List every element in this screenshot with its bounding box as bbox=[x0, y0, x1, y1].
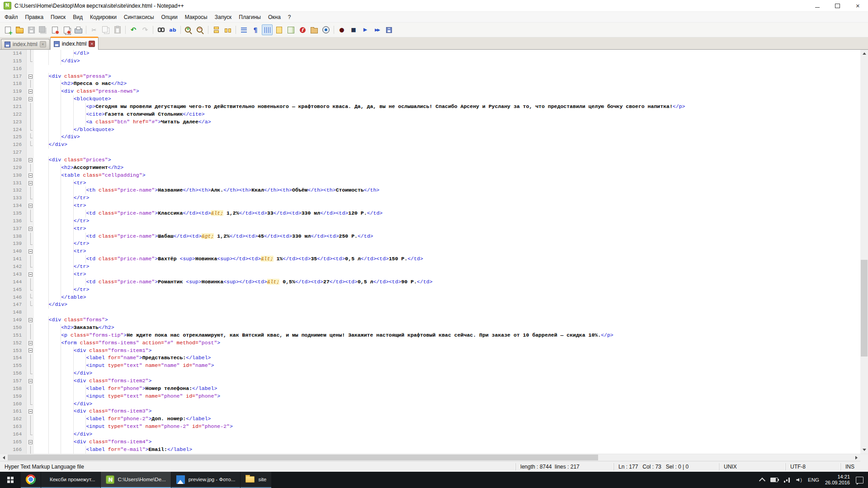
code-line-163[interactable]: 163<input type="text" name="phone-2" id=… bbox=[0, 423, 860, 431]
fold-collapse-icon[interactable] bbox=[28, 97, 33, 101]
menu-item-9[interactable]: Плагины bbox=[235, 12, 264, 23]
menu-item-1[interactable]: Правка bbox=[22, 12, 47, 23]
fold-margin[interactable] bbox=[27, 316, 34, 324]
menu-item-8[interactable]: Запуск bbox=[211, 12, 236, 23]
code-line-130[interactable]: 130<table class="cellpadding"> bbox=[0, 172, 860, 179]
code-line-126[interactable]: 126</div> bbox=[0, 141, 860, 149]
code-line-144[interactable]: 144<td class="price-name">Романтик <sup>… bbox=[0, 278, 860, 286]
code-line-166[interactable]: 166<label for="e-mail">Email:</label> bbox=[0, 446, 860, 454]
volume-icon[interactable]: ) bbox=[796, 478, 802, 482]
code-line-138[interactable]: 138<td class="price-name">Шабаш</td><td>… bbox=[0, 233, 860, 240]
fold-margin[interactable] bbox=[27, 271, 34, 278]
scroll-right-arrow[interactable] bbox=[853, 454, 860, 461]
code-line-161[interactable]: 161<div class="forms-item3"> bbox=[0, 408, 860, 415]
code-line-152[interactable]: 152<form class="forms-items" action="#" … bbox=[0, 339, 860, 347]
open-file-icon[interactable] bbox=[14, 24, 25, 35]
code-lines[interactable]: 114</dl>115</div>116117<div class="press… bbox=[0, 50, 860, 454]
play-macro-icon[interactable]: ▶ bbox=[360, 24, 371, 35]
fold-margin[interactable] bbox=[27, 347, 34, 355]
code-line-129[interactable]: 129<h2>Ассортимент</h2> bbox=[0, 164, 860, 172]
fold-margin[interactable] bbox=[27, 438, 34, 446]
notification-center-icon[interactable] bbox=[856, 477, 863, 483]
redo-icon[interactable]: ↷ bbox=[140, 24, 151, 35]
code-line-133[interactable]: 133</tr> bbox=[0, 194, 860, 202]
save-macro-icon[interactable] bbox=[383, 24, 394, 35]
code-editor[interactable]: 114</dl>115</div>116117<div class="press… bbox=[0, 50, 868, 454]
code-line-135[interactable]: 135<td class="price-name">Классика</td><… bbox=[0, 210, 860, 217]
code-line-147[interactable]: 147</div> bbox=[0, 301, 860, 309]
show-all-chars-icon[interactable]: ¶ bbox=[250, 24, 261, 35]
replace-icon[interactable]: ab bbox=[167, 24, 178, 35]
code-line-151[interactable]: 151<p class="forms-tip">Не ждите пока на… bbox=[0, 332, 860, 339]
fold-margin[interactable] bbox=[27, 156, 34, 164]
print-icon[interactable] bbox=[73, 24, 84, 35]
status-insert-mode[interactable]: INS bbox=[840, 463, 868, 470]
fold-collapse-icon[interactable] bbox=[28, 204, 33, 208]
word-wrap-icon[interactable] bbox=[238, 24, 249, 35]
menu-item-5[interactable]: Синтаксисы bbox=[120, 12, 158, 23]
zoom-in-icon[interactable] bbox=[183, 24, 194, 35]
fold-collapse-icon[interactable] bbox=[28, 249, 33, 253]
code-line-156[interactable]: 156</div> bbox=[0, 370, 860, 377]
record-macro-icon[interactable]: ● bbox=[336, 24, 347, 35]
close-button[interactable]: × bbox=[848, 0, 868, 11]
scroll-up-arrow[interactable] bbox=[860, 50, 868, 57]
menu-item-10[interactable]: Окна bbox=[264, 12, 284, 23]
fold-margin[interactable] bbox=[27, 95, 34, 103]
code-line-141[interactable]: 141<td class="price-name">Вахтёр <sup>Но… bbox=[0, 255, 860, 263]
code-line-149[interactable]: 149<div class="forms"> bbox=[0, 316, 860, 324]
taskbar-notepadpp-button[interactable]: C:\Users\Home\De... bbox=[101, 472, 171, 488]
fold-margin[interactable] bbox=[27, 377, 34, 385]
fold-margin[interactable] bbox=[27, 225, 34, 233]
maximize-button[interactable] bbox=[827, 0, 848, 11]
paste-icon[interactable] bbox=[112, 24, 123, 35]
cut-icon[interactable]: ✂ bbox=[89, 24, 99, 35]
code-line-116[interactable]: 116 bbox=[0, 65, 860, 73]
tab-close-icon[interactable]: × bbox=[89, 41, 95, 47]
code-line-162[interactable]: 162<label for="phone-2">Доп. номер:</lab… bbox=[0, 415, 860, 423]
horizontal-scrollbar[interactable] bbox=[0, 454, 868, 461]
fold-margin[interactable] bbox=[27, 248, 34, 255]
fold-margin[interactable] bbox=[27, 339, 34, 347]
code-line-140[interactable]: 140<tr> bbox=[0, 248, 860, 255]
run-macro-multiple-icon[interactable]: ▶▶ bbox=[372, 24, 382, 35]
taskbar-folder-button[interactable]: site bbox=[241, 472, 271, 488]
keyboard-language[interactable]: ENG bbox=[808, 477, 819, 483]
save-icon[interactable] bbox=[26, 24, 37, 35]
code-line-158[interactable]: 158<label for="phone">Номер телефона:</l… bbox=[0, 385, 860, 393]
code-line-127[interactable]: 127 bbox=[0, 149, 860, 156]
code-line-119[interactable]: 119<div class="pressa-news"> bbox=[0, 88, 860, 95]
fold-collapse-icon[interactable] bbox=[28, 75, 33, 79]
status-eol-format[interactable]: UNIX bbox=[719, 463, 785, 470]
code-line-114[interactable]: 114</dl> bbox=[0, 50, 860, 57]
code-line-117[interactable]: 117<div class="pressa"> bbox=[0, 73, 860, 80]
code-line-143[interactable]: 143<tr> bbox=[0, 271, 860, 278]
close-all-icon[interactable] bbox=[61, 24, 72, 35]
fold-collapse-icon[interactable] bbox=[28, 379, 33, 383]
code-line-142[interactable]: 142</tr> bbox=[0, 263, 860, 271]
vertical-scrollbar-thumb[interactable] bbox=[861, 260, 868, 357]
menu-item-4[interactable]: Кодировки bbox=[86, 12, 120, 23]
code-line-123[interactable]: 123<a class="btn" href="#">Читать далее<… bbox=[0, 118, 860, 126]
fold-collapse-icon[interactable] bbox=[28, 89, 33, 94]
fold-margin[interactable] bbox=[27, 408, 34, 415]
tab-2-active[interactable]: index.html× bbox=[50, 37, 99, 50]
new-file-icon[interactable] bbox=[2, 24, 13, 35]
vertical-scrollbar[interactable] bbox=[860, 50, 868, 454]
fold-collapse-icon[interactable] bbox=[28, 227, 33, 231]
code-line-136[interactable]: 136</tr> bbox=[0, 217, 860, 225]
taskbar-photos-button[interactable]: preview.jpg - Фото... bbox=[171, 472, 241, 488]
code-line-132[interactable]: 132<th class="price-name">Название</th><… bbox=[0, 187, 860, 194]
code-line-150[interactable]: 150<h2>Заказать</h2> bbox=[0, 324, 860, 332]
fold-collapse-icon[interactable] bbox=[28, 318, 33, 322]
fold-collapse-icon[interactable] bbox=[28, 409, 33, 413]
code-line-124[interactable]: 124</blockquote> bbox=[0, 126, 860, 134]
code-line-164[interactable]: 164</div> bbox=[0, 431, 860, 438]
zoom-out-icon[interactable] bbox=[195, 24, 206, 35]
code-line-120[interactable]: 120<blockquote> bbox=[0, 95, 860, 103]
monitoring-icon[interactable] bbox=[321, 24, 331, 35]
code-line-128[interactable]: 128<div class="prices"> bbox=[0, 156, 860, 164]
code-line-146[interactable]: 146</table> bbox=[0, 294, 860, 301]
code-line-153[interactable]: 153<div class="forms-item1"> bbox=[0, 347, 860, 355]
document-map-icon[interactable] bbox=[285, 24, 296, 35]
